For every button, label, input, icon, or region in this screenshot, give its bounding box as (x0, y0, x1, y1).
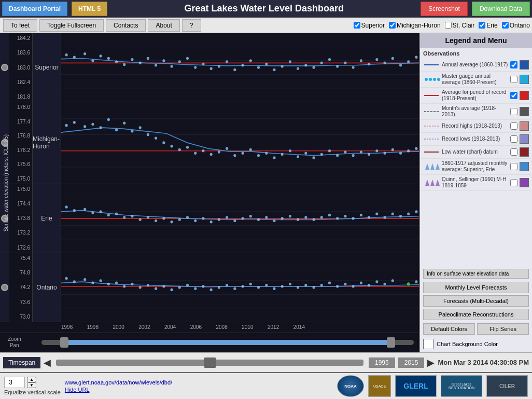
paleoclimate-button[interactable]: Paleoclimate Reconstructions (423, 309, 529, 320)
info-button[interactable]: Info on surface water elevation data (423, 269, 529, 279)
svg-point-197 (407, 282, 410, 286)
svg-point-97 (399, 152, 402, 155)
superior-chart[interactable] (61, 33, 419, 102)
legend-line-6 (423, 135, 440, 143)
svg-point-75 (226, 147, 228, 150)
svg-point-56 (73, 121, 76, 125)
michigan-huron-chart[interactable] (61, 102, 419, 183)
legend-line-1 (423, 61, 440, 69)
svg-point-200 (425, 78, 428, 81)
toggle-fullscreen-button[interactable]: Toggle Fullscreen (39, 19, 104, 32)
svg-point-179 (257, 286, 260, 289)
bg-color-swatch[interactable] (423, 339, 433, 349)
legend-color-5[interactable] (520, 121, 529, 131)
ontario-chart[interactable] (61, 253, 419, 322)
svg-point-191 (352, 285, 355, 288)
svg-point-190 (344, 283, 346, 286)
svg-point-94 (375, 149, 378, 153)
svg-point-110 (107, 213, 110, 216)
url-link[interactable]: www.glert.noaa.gov/data/now/wlevels/dbd/ (65, 379, 172, 386)
multi-decadal-button[interactable]: Forecasts (Multi-Decadal) (423, 295, 529, 307)
legend-check-3[interactable] (510, 92, 517, 99)
eq-up-button[interactable]: ▲ (27, 377, 36, 382)
legend-check-9[interactable] (510, 179, 517, 186)
svg-point-115 (147, 216, 149, 219)
legend-color-8[interactable] (520, 162, 529, 171)
svg-point-111 (115, 212, 118, 215)
svg-point-66 (155, 137, 157, 140)
svg-point-90 (344, 150, 346, 154)
download-data-button[interactable]: Download Data (472, 2, 530, 16)
timeline-handle-right[interactable] (387, 337, 395, 348)
svg-point-47 (399, 64, 402, 67)
svg-point-140 (344, 214, 346, 217)
legend-list: Annual average (1860-1917) Maste (420, 58, 532, 267)
svg-marker-212 (425, 180, 429, 186)
svg-point-83 (289, 149, 291, 153)
legend-color-3[interactable] (520, 91, 529, 100)
st-clair-check[interactable]: St. Clair (445, 22, 475, 29)
eq-down-button[interactable]: ▼ (27, 382, 36, 388)
legend-text-2: Master gauge annual average (1860-Presen… (442, 73, 508, 86)
svg-point-142 (360, 213, 362, 216)
svg-point-177 (242, 285, 244, 288)
svg-point-168 (171, 288, 173, 292)
default-colors-button[interactable]: Default Colors (423, 323, 475, 335)
legend-color-7[interactable] (520, 147, 529, 157)
legend-color-6[interactable] (520, 134, 529, 144)
to-feet-button[interactable]: To feet (3, 19, 37, 32)
legend-check-4[interactable] (510, 108, 517, 115)
erie-chart[interactable] (61, 184, 419, 253)
ontario-check[interactable]: Ontario (502, 22, 530, 29)
svg-point-22 (202, 63, 204, 66)
legend-color-2[interactable] (520, 75, 529, 84)
monthly-forecast-button[interactable]: Monthly Level Forecasts (423, 282, 529, 293)
legend-check-6[interactable] (510, 135, 517, 143)
timespan-button[interactable]: Timespan (3, 357, 40, 368)
svg-point-65 (147, 133, 149, 136)
svg-point-57 (83, 125, 86, 128)
html5-button[interactable]: HTML 5 (72, 2, 107, 16)
timeline-track[interactable] (41, 340, 414, 345)
svg-point-17 (162, 59, 165, 62)
timespan-arrow-right[interactable]: ▶ (427, 357, 435, 368)
svg-point-108 (91, 211, 94, 214)
glerl-logo: GLERL (395, 375, 437, 397)
timeline-handle-left[interactable] (60, 337, 68, 348)
svg-point-88 (328, 149, 331, 153)
timespan-slider-right[interactable] (206, 357, 216, 368)
svg-point-137 (320, 216, 323, 219)
erie-check[interactable]: Erie (479, 22, 497, 29)
dashboard-portal-button[interactable]: Dashboard Portal (2, 2, 67, 16)
legend-check-5[interactable] (510, 122, 517, 130)
flip-series-button[interactable]: Flip Series (477, 323, 529, 335)
about-button[interactable]: About (148, 19, 179, 32)
great-lakes-restoration-logo: Great LakesRESTORATION (441, 375, 482, 397)
legend-color-1[interactable] (520, 60, 529, 70)
legend-check-8[interactable] (510, 163, 517, 170)
legend-title: Legend and Menu (420, 33, 532, 48)
contacts-button[interactable]: Contacts (106, 19, 146, 32)
chart-area: Surface water elevation (meters: IGLD 85… (0, 33, 419, 352)
timespan-arrow-left[interactable]: ◀ (44, 357, 51, 368)
screenshot-button[interactable]: Screenshot (421, 2, 468, 16)
michigan-huron-check[interactable]: Michigan-Huron (389, 22, 441, 29)
svg-point-201 (429, 78, 432, 81)
equalize-scale-input[interactable] (4, 377, 25, 388)
legend-check-2[interactable] (510, 76, 517, 83)
svg-point-113 (131, 214, 133, 217)
legend-check-7[interactable] (510, 148, 517, 156)
legend-item-6: Record lows (1918-2013) (421, 133, 531, 146)
legend-color-4[interactable] (520, 107, 529, 116)
svg-marker-211 (436, 163, 440, 170)
legend-text-9: Quinn, Sellinger (1990) M-H 1819-1859 (442, 176, 508, 189)
legend-item-3: Average for period of record (1918-Prese… (421, 88, 531, 104)
question-button[interactable]: ? (182, 19, 201, 32)
noaa-logo: NOAA (337, 375, 364, 397)
legend-color-9[interactable] (520, 178, 529, 187)
legend-check-1[interactable] (510, 61, 517, 68)
superior-check[interactable]: Superior (354, 22, 385, 29)
hide-url-link[interactable]: Hide URL (65, 387, 172, 393)
svg-point-130 (265, 216, 268, 219)
svg-point-107 (83, 208, 86, 211)
